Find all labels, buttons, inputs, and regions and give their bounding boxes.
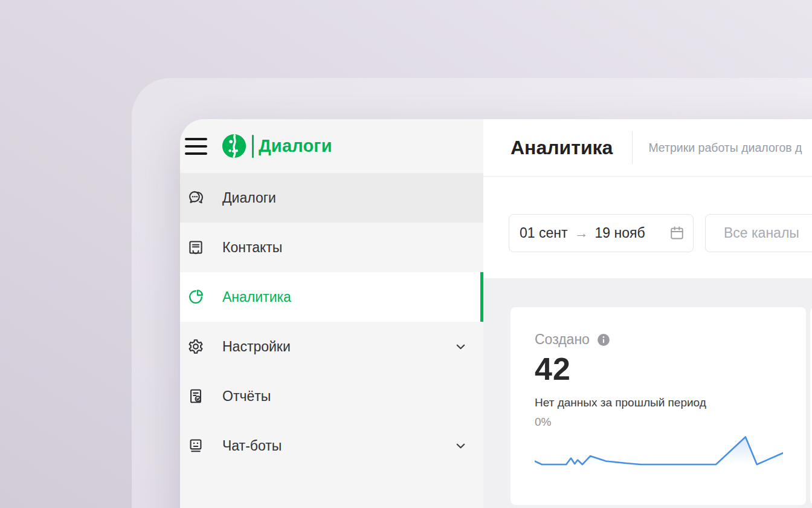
sidebar-item-label: Аналитика (222, 289, 466, 305)
channels-placeholder: Все каналы (724, 225, 799, 241)
date-range-picker[interactable]: 01 сент → 19 нояб (509, 214, 694, 252)
metric-card-created: Создано 42 Нет данных за прошлый период … (511, 307, 806, 505)
header-divider (632, 132, 633, 163)
date-from: 01 сент (520, 225, 568, 241)
sparkline-chart (535, 431, 783, 466)
megafon-logo-icon (222, 134, 246, 158)
pie-chart-icon (187, 288, 204, 305)
sidebar-item-contacts[interactable]: Контакты (180, 223, 483, 272)
report-icon (187, 388, 204, 405)
info-icon[interactable] (597, 333, 610, 347)
logo-link[interactable]: Диалоги (222, 134, 332, 158)
metric-value: 42 (535, 351, 782, 387)
hamburger-menu-button[interactable] (185, 137, 207, 155)
logo-divider (252, 135, 254, 158)
channels-select[interactable]: Все каналы (705, 214, 812, 252)
metric-percent: 0% (535, 415, 782, 429)
robot-icon (187, 437, 204, 454)
main-area: Аналитика Метрики работы диалогов д 01 с… (483, 119, 812, 508)
filter-bar: 01 сент → 19 нояб Все каналы (483, 177, 812, 278)
chevron-down-icon[interactable] (455, 440, 466, 452)
sidebar-item-label: Отчёты (222, 388, 466, 405)
sidebar-item-label: Настройки (222, 339, 455, 355)
sidebar-item-chatbots[interactable]: Чат-боты (180, 421, 483, 471)
sidebar-item-dialogs[interactable]: Диалоги (180, 173, 483, 223)
sidebar-menu: Диалоги Контакты Аналитика (180, 173, 483, 471)
page-title: Аналитика (511, 137, 613, 159)
metric-label: Создано (535, 331, 590, 348)
sidebar-item-analytics[interactable]: Аналитика (180, 272, 483, 322)
date-range-arrow: → (575, 225, 588, 241)
contacts-icon (187, 239, 204, 256)
page-subtitle: Метрики работы диалогов д (648, 141, 802, 155)
logo-text: Диалоги (259, 136, 332, 156)
page-header: Аналитика Метрики работы диалогов д (483, 119, 812, 177)
content-area: Создано 42 Нет данных за прошлый период … (483, 278, 812, 508)
chat-bubbles-icon (187, 189, 204, 206)
date-to: 19 нояб (595, 225, 645, 241)
sidebar-header: Диалоги (180, 119, 483, 173)
calendar-icon (669, 225, 685, 241)
metric-label-row: Создано (535, 331, 782, 348)
sidebar-item-label: Чат-боты (222, 438, 455, 454)
metric-note: Нет данных за прошлый период (535, 396, 782, 409)
sidebar-item-settings[interactable]: Настройки (180, 322, 483, 371)
sidebar-item-reports[interactable]: Отчёты (180, 371, 483, 421)
app-window: Диалоги Диалоги Кон (180, 119, 812, 508)
chevron-down-icon[interactable] (455, 341, 466, 353)
sidebar-item-label: Контакты (222, 239, 466, 256)
gear-icon (187, 338, 204, 355)
sidebar-item-label: Диалоги (222, 190, 466, 206)
sidebar: Диалоги Диалоги Кон (180, 119, 483, 508)
